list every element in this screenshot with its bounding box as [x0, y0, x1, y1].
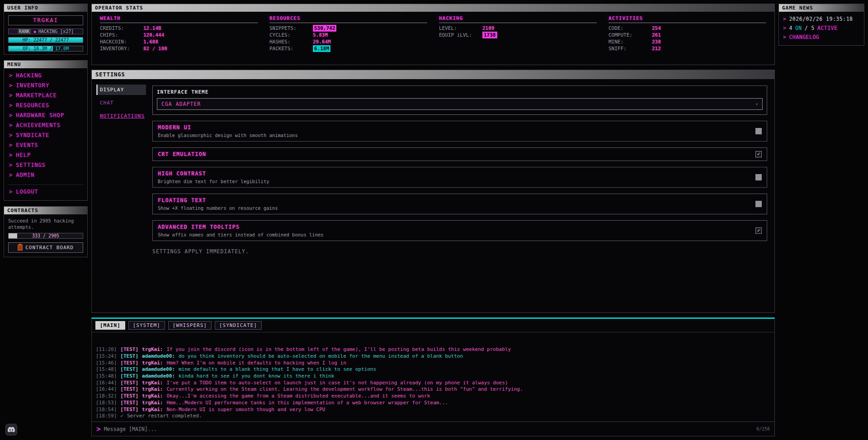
chevron-right-icon: >	[783, 16, 786, 22]
chat-message: [18:32][TEST]trgKai:Okay...I'm accessing…	[96, 393, 770, 400]
interface-theme-value: CGA ADAPTER	[161, 101, 201, 107]
option-row-floating-text: FLOATING TEXT Show +X floating numbers o…	[152, 194, 767, 214]
stat-group-wealth: WEALTH CREDITS:12.14B CHIPS:120,444 HACK…	[100, 15, 258, 52]
stat-row: LEVEL:2109	[439, 25, 597, 32]
prompt-icon: >	[96, 425, 101, 433]
stat-group-hacking: HACKING LEVEL:2109 EQUIP iLVL:1738	[439, 15, 597, 52]
chat-message: [16:44][TEST]trgKai:Currently working on…	[96, 386, 770, 393]
menu-item-achievements[interactable]: >ACHIEVEMENTS	[4, 120, 87, 130]
menu-item-label: MARKETPLACE	[16, 92, 57, 99]
chevron-right-icon: >	[9, 142, 13, 148]
interface-theme-box: INTERFACE THEME CGA ADAPTER ⌄	[152, 85, 767, 115]
username: TRGKAI	[8, 15, 83, 25]
operator-stats-header: OPERATOR STATS	[92, 4, 774, 12]
online-status[interactable]: > 4 ON / 5 ACTIVE	[779, 24, 864, 33]
menu-header: MENU	[4, 61, 87, 68]
menu-item-settings[interactable]: >SETTINGS	[4, 160, 87, 170]
stat-row: CODE:254	[609, 25, 766, 32]
checkbox-advanced-item-tooltips[interactable]	[755, 227, 762, 234]
chevron-right-icon: >	[9, 132, 13, 138]
stat-row: HACKCOIN:1,608	[100, 38, 258, 45]
interface-theme-label: INTERFACE THEME	[157, 89, 763, 95]
chat-log[interactable]: [11:20][TEST]trgKai:If you join the disc…	[92, 332, 774, 421]
menu-item-marketplace[interactable]: >MARKETPLACE	[4, 90, 87, 100]
contract-description: Succeed in 2905 hacking attempts.	[4, 214, 87, 233]
option-row-advanced-item-tooltips: ADVANCED ITEM TOOLTIPS Show affix names …	[152, 220, 767, 241]
menu-item-label: HELP	[16, 152, 31, 158]
option-description: Enable glassmorphic design with smooth a…	[158, 132, 298, 138]
menu-item-label: ADMIN	[16, 172, 34, 178]
chat-message: [15:46][TEST]trgKai:Hmm? When I'm on mob…	[96, 360, 770, 367]
chat-tab-main[interactable]: [MAIN]	[95, 321, 125, 330]
checkbox-high-contrast[interactable]	[755, 174, 762, 180]
app-root: USER INFO TRGKAI RANK ◆ HACKING [x27] HP…	[0, 0, 868, 440]
checkbox-crt-emulation[interactable]	[755, 151, 762, 157]
chevron-right-icon: >	[9, 82, 13, 89]
checkbox-floating-text[interactable]	[755, 201, 762, 207]
chat-message: [15:48][TEST]adamdude00:mine defaults to…	[96, 366, 770, 373]
chat-message: [16:44][TEST]trgKai:I've put a TODO item…	[96, 380, 770, 387]
changelog-link[interactable]: > CHANGELOG	[779, 33, 864, 42]
menu-item-help[interactable]: >HELP	[4, 150, 87, 160]
option-row-high-contrast: HIGH CONTRAST Brighten dim text for bett…	[152, 167, 767, 188]
menu-list: >HACKING >INVENTORY >MARKETPLACE >RESOUR…	[4, 68, 87, 200]
menu-item-hardware-shop[interactable]: >HARDWARE SHOP	[4, 110, 87, 120]
stat-row: CHIPS:120,444	[100, 32, 258, 38]
rank-label: HACKING [x27]	[38, 29, 74, 34]
discord-button[interactable]	[5, 424, 17, 435]
menu-item-logout[interactable]: >LOGOUT	[4, 187, 87, 197]
menu-item-label: HARDWARE SHOP	[16, 112, 64, 118]
game-news-header: GAME NEWS	[779, 4, 864, 12]
settings-nav-display[interactable]: DISPLAY	[96, 85, 146, 95]
stat-row: HASHES:29.64M	[269, 38, 427, 45]
stat-row: MINE:238	[609, 38, 766, 45]
menu-item-hacking[interactable]: >HACKING	[4, 71, 87, 80]
stat-row: INVENTORY:82 / 100	[100, 45, 258, 52]
option-title: FLOATING TEXT	[158, 197, 278, 203]
menu-item-admin[interactable]: >ADMIN	[4, 170, 87, 180]
menu-item-label: SYNDICATE	[16, 132, 49, 138]
contract-progress: 333 / 2905	[8, 233, 83, 239]
contract-progress-label: 333 / 2905	[9, 233, 83, 238]
chat-input-row: > 0/256	[92, 421, 774, 436]
chat-input[interactable]	[104, 426, 753, 432]
menu-item-label: HACKING	[16, 72, 42, 79]
news-datetime: > 2026/02/26 19:35:18	[779, 14, 864, 24]
chevron-right-icon: >	[9, 72, 13, 79]
settings-panel: SETTINGS DISPLAY CHAT NOTIFICATIONS INTE…	[91, 70, 775, 313]
stat-row: CYCLES:5.83M	[269, 32, 427, 38]
game-news-panel: GAME NEWS > 2026/02/26 19:35:18 > 4 ON /…	[778, 4, 864, 46]
chat-message: [18:53][TEST]trgKai:Hmm...Modern UI perf…	[96, 400, 770, 407]
settings-nav-chat[interactable]: CHAT	[96, 98, 146, 108]
settings-nav-notifications[interactable]: NOTIFICATIONS	[96, 111, 146, 121]
option-title: ADVANCED ITEM TOOLTIPS	[158, 224, 324, 230]
settings-header: SETTINGS	[92, 70, 774, 79]
option-title: HIGH CONTRAST	[158, 170, 269, 177]
stat-row: COMPUTE:261	[609, 32, 766, 38]
chat-message: [18:54][TEST]trgKai:Non-Modern UI is sup…	[96, 407, 770, 413]
stat-group-activities: ACTIVITIES CODE:254 COMPUTE:261 MINE:238…	[609, 15, 766, 52]
rank-bar: RANK ◆ HACKING [x27]	[8, 28, 83, 34]
contracts-header: CONTRACTS	[4, 207, 87, 214]
operator-stats-body: WEALTH CREDITS:12.14B CHIPS:120,444 HACK…	[92, 12, 774, 55]
menu-item-label: ACHIEVEMENTS	[16, 122, 61, 128]
menu-item-resources[interactable]: >RESOURCES	[4, 100, 87, 110]
chevron-right-icon: >	[9, 189, 13, 195]
chat-tab-system[interactable]: [SYSTEM]	[128, 321, 165, 330]
chat-tab-syndicate[interactable]: [SYNDICATE]	[215, 321, 262, 330]
menu-item-events[interactable]: >EVENTS	[4, 140, 87, 150]
contract-board-button[interactable]: CONTRACT BOARD	[8, 242, 83, 253]
rank-chip: RANK	[18, 29, 31, 34]
interface-theme-select[interactable]: CGA ADAPTER ⌄	[157, 98, 763, 110]
stat-row: PACKETS:6.18M	[269, 45, 427, 52]
menu-item-inventory[interactable]: >INVENTORY	[4, 80, 87, 90]
checkbox-modern-ui[interactable]	[755, 128, 762, 134]
chat-tab-whispers[interactable]: [WHISPERS]	[168, 321, 212, 330]
menu-divider	[8, 185, 84, 185]
contracts-panel: CONTRACTS Succeed in 2905 hacking attemp…	[4, 206, 88, 257]
menu-item-label: SETTINGS	[16, 162, 46, 168]
contract-board-label: CONTRACT BOARD	[25, 245, 74, 251]
menu-item-syndicate[interactable]: >SYNDICATE	[4, 130, 87, 140]
chat-panel: [MAIN] [SYSTEM] [WHISPERS] [SYNDICATE] […	[91, 317, 775, 436]
game-news-list: > 2026/02/26 19:35:18 > 4 ON / 5 ACTIVE …	[779, 12, 864, 45]
